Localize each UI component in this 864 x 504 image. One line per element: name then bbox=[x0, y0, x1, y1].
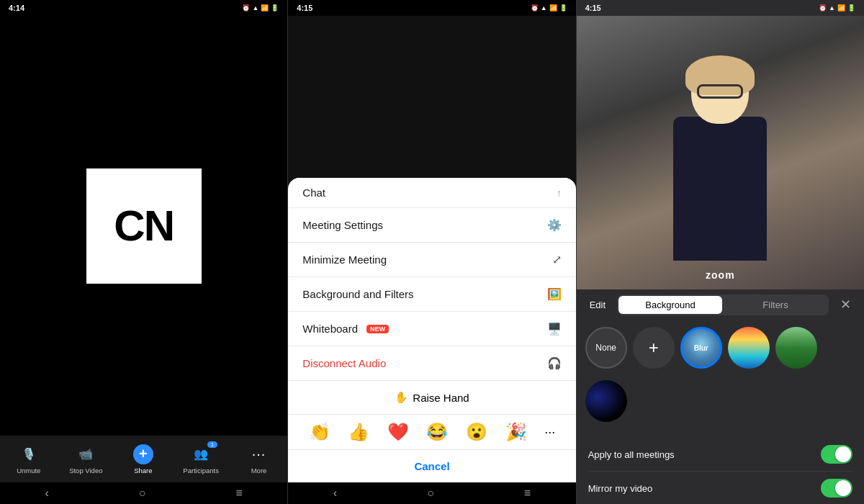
raise-hand-item[interactable]: ✋ Raise Hand bbox=[288, 381, 575, 415]
none-label: None bbox=[595, 343, 616, 353]
stop-video-icon: 📹 bbox=[76, 444, 96, 464]
bg-none-option[interactable]: None bbox=[585, 327, 627, 369]
status-icons-1: ⏰ ▲ 📶 🔋 bbox=[242, 4, 279, 12]
filters-tab[interactable]: Filters bbox=[724, 296, 827, 314]
stop-video-label: Stop Video bbox=[69, 467, 102, 474]
apply-all-toggle[interactable] bbox=[821, 445, 852, 464]
panel-3: 4:15 ⏰ ▲ 📶 🔋 zoom Edit Background Filter… bbox=[577, 0, 864, 504]
share-label: Share bbox=[134, 467, 152, 474]
menu-nav-btn[interactable]: ≡ bbox=[235, 487, 242, 500]
mirror-video-toggle[interactable] bbox=[821, 479, 852, 498]
background-filters-item[interactable]: Background and Filters 🖼️ bbox=[288, 277, 575, 312]
nav-bar-2: ‹ ○ ≡ bbox=[288, 482, 575, 504]
panel-1: 4:14 ⏰ ▲ 📶 🔋 CN 🎙️ Unmute 📹 Stop Video +… bbox=[0, 0, 287, 504]
menu-nav-btn-2[interactable]: ≡ bbox=[524, 487, 531, 500]
background-filters-label: Background and Filters bbox=[302, 288, 413, 300]
unmute-button[interactable]: 🎙️ Unmute bbox=[12, 444, 46, 474]
background-filters-left: Background and Filters bbox=[302, 288, 413, 300]
camera-view: zoom bbox=[577, 16, 864, 289]
battery-icon-2: 🔋 bbox=[559, 4, 567, 12]
more-menu-overlay: Chat ↑ Meeting Settings ⚙️ Minimize Meet… bbox=[288, 178, 575, 482]
alarm-icon-3: ⏰ bbox=[819, 4, 827, 12]
more-button[interactable]: ··· More bbox=[242, 444, 276, 474]
participants-button[interactable]: 👥 1 Participants bbox=[183, 444, 219, 474]
whiteboard-icon: 🖥️ bbox=[547, 322, 562, 336]
status-bar-2: 4:15 ⏰ ▲ 📶 🔋 bbox=[288, 0, 575, 16]
unmute-icon: 🎙️ bbox=[19, 444, 39, 464]
more-label: More bbox=[251, 467, 267, 474]
minimize-icon: ⤢ bbox=[552, 253, 562, 266]
more-icon: ··· bbox=[249, 444, 269, 464]
disconnect-audio-left: Disconnect Audio bbox=[302, 357, 386, 369]
tabs-container: Background Filters bbox=[617, 294, 829, 315]
background-tab[interactable]: Background bbox=[618, 296, 722, 314]
zoom-logo: zoom bbox=[706, 269, 735, 281]
mirror-video-row: Mirror my video bbox=[588, 472, 852, 504]
wifi-icon-2: ▲ bbox=[541, 4, 547, 12]
person-glasses bbox=[697, 84, 743, 99]
bg-blur-option[interactable]: Blur bbox=[680, 327, 722, 369]
apply-all-label: Apply to all meetings bbox=[588, 449, 675, 460]
close-panel-button[interactable]: ✕ bbox=[834, 294, 857, 315]
minimize-meeting-left: Minimize Meeting bbox=[302, 253, 387, 266]
wifi-icon: ▲ bbox=[252, 4, 258, 12]
status-icons-2: ⏰ ▲ 📶 🔋 bbox=[531, 4, 567, 12]
nav-bar-1: ‹ ○ ≡ bbox=[0, 482, 287, 504]
raise-hand-emoji: ✋ bbox=[395, 391, 408, 404]
whiteboard-item[interactable]: Whiteboard NEW 🖥️ bbox=[288, 312, 575, 346]
signal-icon: 📶 bbox=[261, 4, 269, 12]
bg-nature-option[interactable] bbox=[775, 327, 817, 369]
minimize-meeting-item[interactable]: Minimize Meeting ⤢ bbox=[288, 243, 575, 277]
bg-filter-panel: Edit Background Filters ✕ None + Blur bbox=[577, 289, 864, 504]
apply-all-meetings-row: Apply to all meetings bbox=[588, 438, 852, 472]
emoji-row: 👏 👍 ❤️ 😂 😮 🎉 ··· bbox=[288, 415, 575, 450]
unmute-label: Unmute bbox=[17, 467, 40, 474]
battery-icon-3: 🔋 bbox=[847, 4, 855, 12]
bg-filter-header: Edit Background Filters ✕ bbox=[577, 289, 864, 320]
laugh-emoji[interactable]: 😂 bbox=[426, 422, 448, 442]
heart-emoji[interactable]: ❤️ bbox=[387, 422, 409, 442]
time-1: 4:14 bbox=[9, 4, 24, 12]
whiteboard-label: Whiteboard bbox=[302, 323, 358, 335]
home-nav-btn-2[interactable]: ○ bbox=[427, 487, 434, 500]
bg-add-option[interactable]: + bbox=[633, 327, 675, 369]
wifi-icon-3: ▲ bbox=[829, 4, 835, 12]
meeting-settings-label: Meeting Settings bbox=[302, 219, 383, 231]
battery-icon: 🔋 bbox=[271, 4, 279, 12]
disconnect-audio-item[interactable]: Disconnect Audio 🎧 bbox=[288, 346, 575, 381]
clap-emoji[interactable]: 👏 bbox=[309, 422, 330, 442]
background-icon: 🖼️ bbox=[547, 287, 562, 301]
disconnect-audio-label: Disconnect Audio bbox=[302, 357, 386, 369]
celebrate-emoji[interactable]: 🎉 bbox=[505, 422, 527, 442]
cancel-button[interactable]: Cancel bbox=[288, 450, 575, 482]
mirror-video-label: Mirror my video bbox=[588, 483, 653, 494]
bg-bridge-option[interactable] bbox=[728, 327, 770, 369]
chevron-up-icon: ↑ bbox=[557, 187, 562, 199]
time-2: 4:15 bbox=[297, 4, 312, 12]
background-options: None + Blur bbox=[577, 320, 864, 429]
status-icons-3: ⏰ ▲ 📶 🔋 bbox=[819, 4, 855, 12]
chat-menu-item[interactable]: Chat ↑ bbox=[288, 178, 575, 208]
minimize-meeting-label: Minimize Meeting bbox=[302, 253, 387, 266]
home-nav-btn[interactable]: ○ bbox=[139, 487, 146, 500]
blur-label: Blur bbox=[694, 344, 708, 352]
back-nav-btn-2[interactable]: ‹ bbox=[333, 487, 337, 500]
wow-emoji[interactable]: 😮 bbox=[466, 422, 487, 442]
edit-button[interactable]: Edit bbox=[584, 297, 611, 313]
more-emoji-btn[interactable]: ··· bbox=[544, 425, 555, 440]
person-head bbox=[691, 59, 749, 124]
panel1-video-area: CN bbox=[0, 16, 287, 436]
time-3: 4:15 bbox=[585, 4, 601, 12]
share-button[interactable]: + Share bbox=[126, 444, 161, 474]
whiteboard-left: Whiteboard NEW bbox=[302, 323, 389, 335]
stop-video-button[interactable]: 📹 Stop Video bbox=[68, 444, 103, 474]
back-nav-btn[interactable]: ‹ bbox=[45, 487, 48, 500]
chat-menu-label: Chat bbox=[302, 186, 325, 199]
new-badge: NEW bbox=[366, 325, 389, 333]
person-body bbox=[673, 117, 767, 261]
participants-label: Participants bbox=[183, 467, 219, 474]
meeting-settings-item[interactable]: Meeting Settings ⚙️ bbox=[288, 208, 575, 243]
bg-space-option[interactable] bbox=[585, 380, 627, 422]
thumbs-up-emoji[interactable]: 👍 bbox=[348, 422, 369, 442]
participants-badge: 1 bbox=[207, 441, 217, 448]
